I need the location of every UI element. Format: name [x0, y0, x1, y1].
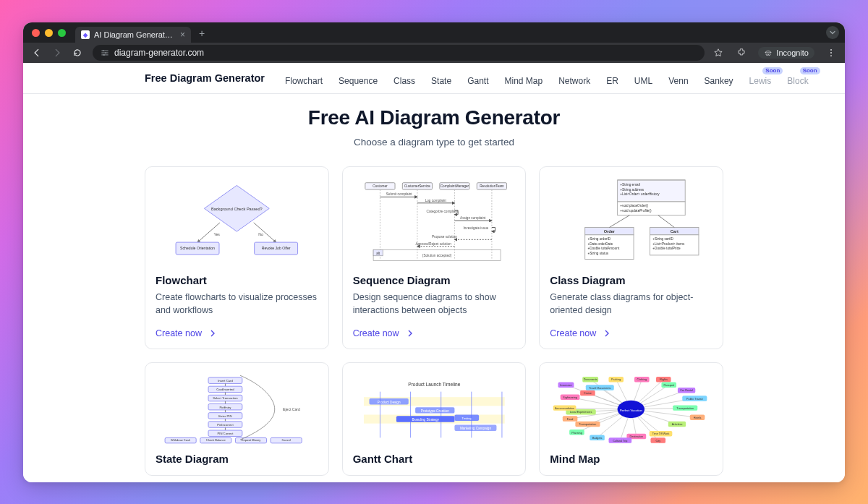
nav-link-network[interactable]: Network: [558, 71, 590, 85]
svg-text:+String status: +String status: [588, 252, 609, 255]
svg-text:Public Transit: Public Transit: [686, 398, 703, 401]
minimize-window-button[interactable]: [45, 29, 53, 37]
maximize-window-button[interactable]: [58, 29, 66, 37]
primary-nav: FlowchartSequenceClassStateGanttMind Map…: [285, 71, 809, 85]
svg-point-5: [830, 55, 832, 56]
svg-text:Eject Card: Eject Card: [283, 407, 300, 411]
card-class[interactable]: +String email +String address +List<Orde…: [539, 166, 723, 349]
svg-text:Cancel: Cancel: [281, 439, 291, 443]
card-sequence[interactable]: CustomerCustomerServiceComplaintManagerR…: [342, 166, 527, 349]
nav-link-gantt[interactable]: Gantt: [467, 71, 488, 85]
svg-text:Passport: Passport: [664, 384, 676, 387]
svg-text:PinEntry: PinEntry: [219, 406, 231, 409]
svg-point-4: [830, 52, 832, 54]
svg-text:Schedule Orientation: Schedule Orientation: [180, 246, 215, 250]
window-controls: [32, 29, 66, 37]
nav-link-block[interactable]: BlockSoon: [787, 71, 808, 85]
nav-link-label: Venn: [668, 76, 688, 86]
svg-text:Submit complaint: Submit complaint: [386, 192, 412, 196]
favicon: ◆: [81, 30, 90, 39]
svg-text:Planning: Planning: [572, 432, 583, 435]
nav-link-class[interactable]: Class: [393, 71, 415, 85]
card-mindmap[interactable]: Perfect Vacation DocumentsPackingClothin…: [539, 362, 723, 476]
card-desc: Create flowcharts to visualize processes…: [156, 291, 318, 317]
svg-text:Car Rental: Car Rental: [680, 390, 693, 393]
svg-text:+List<Product> items: +List<Product> items: [653, 242, 686, 246]
nav-link-lewis[interactable]: LewisSoon: [749, 71, 772, 85]
reload-button[interactable]: [71, 46, 84, 59]
site-settings-icon[interactable]: [100, 48, 110, 58]
soon-badge: Soon: [762, 67, 783, 74]
card-state[interactable]: Insert CardCardInsertedSelect Transactio…: [145, 362, 329, 476]
nav-link-label: Mind Map: [504, 76, 542, 86]
svg-text:ComplaintManager: ComplaintManager: [440, 184, 469, 188]
bookmark-star-icon[interactable]: [712, 46, 725, 59]
nav-link-label: Class: [393, 76, 415, 86]
svg-text:+void placeOrder(): +void placeOrder(): [621, 204, 649, 208]
card-title: Mind Map: [550, 453, 712, 465]
svg-text:Revoke Job Offer: Revoke Job Offer: [262, 246, 291, 250]
create-now-link[interactable]: Create now: [550, 328, 712, 338]
nav-link-sequence[interactable]: Sequence: [339, 71, 378, 85]
nav-link-uml[interactable]: UML: [634, 71, 652, 85]
svg-text:Branding Strategy: Branding Strategy: [412, 418, 439, 422]
cta-text: Create now: [156, 328, 202, 338]
svg-text:Transportation: Transportation: [579, 424, 597, 427]
svg-text:Approve/Reject solution: Approve/Reject solution: [415, 242, 451, 246]
svg-text:Clothing: Clothing: [637, 379, 647, 382]
nav-link-label: Flowchart: [285, 76, 323, 86]
card-title: Flowchart: [156, 274, 318, 286]
kebab-menu-icon[interactable]: [825, 46, 838, 59]
svg-text:Testing: Testing: [461, 417, 472, 420]
card-title: Class Diagram: [550, 274, 712, 286]
close-tab-icon[interactable]: ×: [180, 30, 185, 39]
back-button[interactable]: [30, 46, 43, 59]
svg-text:Budgets: Budgets: [592, 437, 603, 440]
svg-line-66: [610, 215, 630, 228]
nav-link-label: Block: [787, 76, 808, 86]
close-window-button[interactable]: [32, 29, 40, 37]
card-gantt[interactable]: Product Launch Timeline Product Design P…: [342, 362, 527, 476]
browser-tab[interactable]: ◆ AI Diagram Generator | Create ×: [75, 27, 191, 43]
svg-point-1: [105, 52, 106, 54]
site-header: Free Diagram Generator FlowchartSequence…: [23, 63, 845, 94]
url-text: diagram-generator.com: [114, 48, 204, 58]
extensions-icon[interactable]: [735, 46, 748, 59]
nav-link-state[interactable]: State: [431, 71, 451, 85]
svg-text:+void updateProfile(): +void updateProfile(): [621, 209, 652, 213]
chevron-right-icon: [407, 330, 414, 337]
url-input[interactable]: diagram-generator.com: [93, 45, 705, 61]
svg-text:Documents: Documents: [584, 379, 597, 382]
svg-text:PIN Correct: PIN Correct: [217, 432, 234, 435]
svg-text:Marketing Campaign: Marketing Campaign: [460, 427, 492, 430]
svg-text:Cultural Trip: Cultural Trip: [613, 440, 628, 443]
svg-text:+String cartID: +String cartID: [653, 237, 674, 241]
svg-text:Cart: Cart: [671, 229, 678, 234]
nav-link-venn[interactable]: Venn: [668, 71, 688, 85]
nav-link-label: UML: [634, 76, 652, 86]
svg-text:+String address: +String address: [621, 188, 645, 192]
incognito-badge[interactable]: Incognito: [758, 47, 814, 59]
nav-link-flowchart[interactable]: Flowchart: [285, 71, 323, 85]
svg-text:Propose solution: Propose solution: [432, 235, 457, 239]
site-logo[interactable]: Free Diagram Generator: [145, 72, 265, 84]
create-now-link[interactable]: Create now: [353, 328, 516, 338]
card-flowchart[interactable]: Background Check Passed? Yes No Schedule…: [145, 166, 329, 349]
thumb-gantt: Product Launch Timeline Product Design P…: [353, 373, 516, 445]
svg-text:Cruise: Cruise: [584, 392, 592, 395]
nav-link-mind-map[interactable]: Mind Map: [504, 71, 542, 85]
nav-link-sankey[interactable]: Sankey: [705, 71, 733, 85]
svg-text:Local Experiences: Local Experiences: [570, 411, 592, 414]
svg-text:Order: Order: [604, 229, 616, 234]
svg-text:Insert Card: Insert Card: [218, 379, 233, 383]
page-title: Free AI Diagram Generator: [23, 106, 845, 129]
new-tab-button[interactable]: +: [199, 27, 205, 39]
tab-list-chevron-icon[interactable]: [826, 26, 839, 39]
create-now-link[interactable]: Create now: [156, 328, 318, 338]
svg-text:+Date orderDate: +Date orderDate: [588, 242, 613, 246]
svg-text:+String email: +String email: [621, 183, 640, 187]
svg-text:City: City: [656, 440, 661, 443]
card-title: Sequence Diagram: [353, 274, 516, 286]
forward-button[interactable]: [51, 46, 64, 59]
nav-link-er[interactable]: ER: [606, 71, 618, 85]
